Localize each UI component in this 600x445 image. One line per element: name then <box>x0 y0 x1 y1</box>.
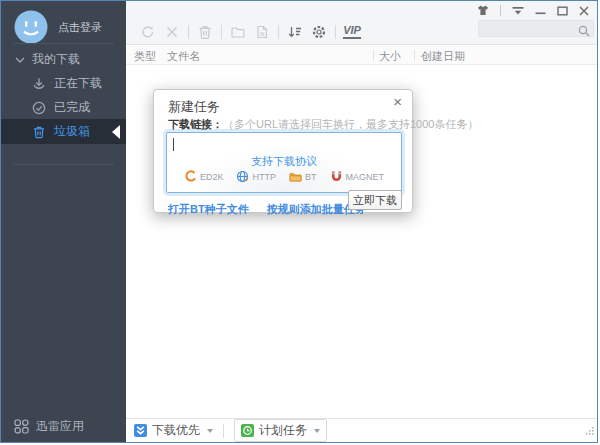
sidebar-divider <box>13 164 114 165</box>
dialog-title: 新建任务 <box>168 98 220 116</box>
text-caret <box>173 138 174 151</box>
toolbar: VIP <box>126 1 597 45</box>
protocol-http: HTTP <box>236 170 276 183</box>
statusbar-divider <box>223 424 224 438</box>
protocol-ed2k: ED2K <box>184 170 224 183</box>
clock-icon <box>241 424 254 437</box>
download-now-button[interactable]: 立即下载 <box>348 190 402 210</box>
status-bar: 下载优先 计划任务 <box>126 418 597 442</box>
toolbar-divider <box>335 25 336 39</box>
toolbar-divider <box>188 25 189 39</box>
skin-icon[interactable] <box>477 5 489 16</box>
download-priority-button[interactable]: 下载优先 <box>134 422 213 439</box>
download-link-label: 下载链接： <box>168 118 223 130</box>
sidebar-divider <box>13 43 114 44</box>
apps-label: 迅雷应用 <box>36 418 84 435</box>
resize-grip[interactable] <box>585 421 594 439</box>
login-link[interactable]: 点击登录 <box>58 20 102 35</box>
download-priority-label: 下载优先 <box>152 422 200 439</box>
scheduled-tasks-button[interactable]: 计划任务 <box>234 419 327 442</box>
main-menu-icon[interactable] <box>512 6 524 16</box>
priority-chevrons-icon <box>134 424 147 437</box>
sidebar-item-completed[interactable]: 已完成 <box>1 95 126 120</box>
window-controls-divider <box>500 5 501 16</box>
avatar-face-icon <box>14 10 48 44</box>
download-link-input[interactable]: 支持下载协议 ED2K HTTP <box>166 132 402 193</box>
toolbar-divider <box>221 25 222 39</box>
http-globe-icon <box>236 170 249 183</box>
delete-task-button[interactable] <box>160 22 184 42</box>
new-task-dialog: 新建任务 × 下载链接：（多个URL请选择回车换行，最多支持1000条任务） 支… <box>153 89 413 213</box>
main-panel: VIP <box>126 1 597 442</box>
download-link-row: 下载链接：（多个URL请选择回车换行，最多支持1000条任务） <box>168 117 478 132</box>
sidebar: 点击登录 我的下载 正在下载 已完 <box>1 1 126 442</box>
column-header-size[interactable]: 大小 <box>379 49 401 64</box>
scheduled-tasks-label: 计划任务 <box>259 422 307 439</box>
vip-label: VIP <box>343 25 361 39</box>
column-header-type[interactable]: 类型 <box>134 49 156 64</box>
column-divider <box>414 50 415 61</box>
open-torrent-link[interactable]: 打开BT种子文件 <box>168 202 249 217</box>
sidebar-item-downloading[interactable]: 正在下载 <box>1 71 126 96</box>
settings-gear-icon[interactable] <box>307 22 331 42</box>
redownload-button[interactable] <box>136 22 160 42</box>
protocols-title: 支持下载协议 <box>167 154 401 169</box>
search-input[interactable] <box>483 21 575 36</box>
maximize-button[interactable] <box>557 6 568 16</box>
search-box <box>478 20 594 37</box>
close-icon[interactable]: × <box>393 94 402 109</box>
open-folder-button[interactable] <box>226 22 250 42</box>
window-controls <box>477 5 589 16</box>
column-header-filename[interactable]: 文件名 <box>167 49 200 64</box>
download-link-hint: （多个URL请选择回车换行，最多支持1000条任务） <box>223 118 478 130</box>
column-header-date[interactable]: 创建日期 <box>421 49 465 64</box>
download-icon <box>32 77 46 91</box>
vip-button[interactable]: VIP <box>340 22 364 42</box>
clear-trash-button[interactable] <box>193 22 217 42</box>
sidebar-item-label: 已完成 <box>54 99 90 116</box>
table-header: 类型 文件名 大小 创建日期 <box>126 46 597 65</box>
open-file-button[interactable] <box>250 22 274 42</box>
apps-grid-icon <box>14 419 29 434</box>
trash-icon <box>32 125 46 139</box>
sidebar-item-trash[interactable]: 垃圾箱 <box>1 119 126 144</box>
protocol-bt: BT <box>289 170 317 183</box>
protocol-magnet: MAGNET <box>330 170 385 183</box>
caret-down-icon <box>314 429 320 433</box>
sidebar-item-label: 我的下载 <box>32 51 80 68</box>
column-divider <box>373 50 374 61</box>
selection-notch <box>112 125 120 139</box>
protocols-row: ED2K HTTP BT <box>167 170 401 183</box>
ed2k-icon <box>184 170 197 183</box>
sidebar-item-my-downloads[interactable]: 我的下载 <box>1 47 126 72</box>
minimize-button[interactable] <box>535 6 546 16</box>
dialog-links: 打开BT种子文件 按规则添加批量任务 <box>168 202 366 217</box>
sidebar-item-label: 垃圾箱 <box>54 123 90 140</box>
magnet-icon <box>330 170 343 183</box>
bt-folder-icon <box>289 170 302 183</box>
sidebar-item-label: 正在下载 <box>54 75 102 92</box>
app-window: 点击登录 我的下载 正在下载 已完 <box>0 0 598 443</box>
toolbar-divider <box>278 25 279 39</box>
avatar[interactable] <box>14 10 48 44</box>
caret-down-icon <box>207 429 213 433</box>
close-button[interactable] <box>579 6 589 16</box>
search-icon[interactable] <box>578 23 590 41</box>
sort-button[interactable] <box>283 22 307 42</box>
chevron-down-icon <box>15 56 25 64</box>
sidebar-item-apps[interactable]: 迅雷应用 <box>1 413 126 439</box>
check-circle-icon <box>32 101 46 115</box>
